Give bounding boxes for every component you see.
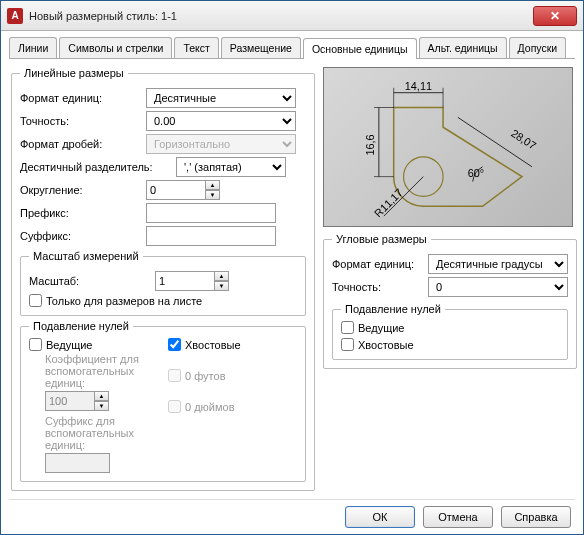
decimal-sep-label: Десятичный разделитель: xyxy=(20,161,170,173)
svg-text:R11,17: R11,17 xyxy=(372,186,405,219)
cancel-button[interactable]: Отмена xyxy=(423,506,493,528)
tab-tolerances[interactable]: Допуски xyxy=(509,37,567,58)
tab-text[interactable]: Текст xyxy=(174,37,218,58)
tab-placement[interactable]: Размещение xyxy=(221,37,301,58)
angular-trailing-checkbox[interactable] xyxy=(341,338,354,351)
subunits-suffix-label: Суффикс для вспомогательных единиц: xyxy=(45,415,158,451)
trailing-checkbox[interactable] xyxy=(168,338,181,351)
angular-legend: Угловые размеры xyxy=(332,233,431,245)
linear-legend: Линейные размеры xyxy=(20,67,128,79)
tab-strip: Линии Символы и стрелки Текст Размещение… xyxy=(9,37,575,59)
angular-leading-label: Ведущие xyxy=(358,322,404,334)
precision-select[interactable]: 0.00 xyxy=(146,111,296,131)
app-icon: A xyxy=(7,8,23,24)
round-label: Округление: xyxy=(20,184,140,196)
svg-text:60°: 60° xyxy=(468,167,484,179)
precision-label: Точность: xyxy=(20,115,140,127)
ok-button[interactable]: ОК xyxy=(345,506,415,528)
dialog-footer: ОК Отмена Справка xyxy=(9,499,575,528)
linear-dimensions-group: Линейные размеры Формат единиц: Десятичн… xyxy=(11,67,315,491)
leading-label: Ведущие xyxy=(46,339,92,351)
trailing-label: Хвостовые xyxy=(185,339,241,351)
inches-checkbox xyxy=(168,400,181,413)
angular-trailing-label: Хвостовые xyxy=(358,339,414,351)
window-title: Новый размерный стиль: 1-1 xyxy=(29,10,533,22)
help-button[interactable]: Справка xyxy=(501,506,571,528)
svg-text:28,07: 28,07 xyxy=(509,127,538,152)
fraction-format-select: Горизонтально xyxy=(146,134,296,154)
subunits-factor-input xyxy=(45,391,95,411)
close-button[interactable]: ✕ xyxy=(533,6,577,26)
unit-format-label: Формат единиц: xyxy=(20,92,140,104)
zero-suppression-angular-group: Подавление нулей Ведущие Хвостовые xyxy=(332,303,568,360)
suffix-label: Суффикс: xyxy=(20,230,140,242)
angular-zero-legend: Подавление нулей xyxy=(341,303,445,315)
svg-text:14,11: 14,11 xyxy=(405,80,432,92)
subunits-suffix-input xyxy=(45,453,110,473)
scale-label: Масштаб: xyxy=(29,275,149,287)
titlebar: A Новый размерный стиль: 1-1 ✕ xyxy=(1,1,583,31)
suffix-input[interactable] xyxy=(146,226,276,246)
angular-dimensions-group: Угловые размеры Формат единиц: Десятичны… xyxy=(323,233,577,369)
zero-linear-legend: Подавление нулей xyxy=(29,320,133,332)
scale-legend: Масштаб измерений xyxy=(29,250,143,262)
tab-primary-units[interactable]: Основные единицы xyxy=(303,38,417,59)
angular-unit-format-select[interactable]: Десятичные градусы xyxy=(428,254,568,274)
svg-text:16,6: 16,6 xyxy=(364,134,376,155)
angular-precision-label: Точность: xyxy=(332,281,422,293)
round-spinner[interactable]: ▲▼ xyxy=(205,180,220,200)
layout-only-checkbox[interactable] xyxy=(29,294,42,307)
inches-label: 0 дюймов xyxy=(185,401,235,413)
feet-checkbox xyxy=(168,369,181,382)
tab-alt-units[interactable]: Альт. единицы xyxy=(419,37,507,58)
subunits-factor-label: Коэффициент для вспомогательных единиц: xyxy=(45,353,139,389)
unit-format-select[interactable]: Десятичные xyxy=(146,88,296,108)
scale-input[interactable] xyxy=(155,271,215,291)
tab-symbols[interactable]: Символы и стрелки xyxy=(59,37,172,58)
measurement-scale-group: Масштаб измерений Масштаб: ▲▼ Только для… xyxy=(20,250,306,316)
dialog-window: A Новый размерный стиль: 1-1 ✕ Линии Сим… xyxy=(0,0,584,535)
subunits-factor-spinner: ▲▼ xyxy=(94,391,109,411)
layout-only-label: Только для размеров на листе xyxy=(46,295,202,307)
round-input[interactable] xyxy=(146,180,206,200)
dimension-preview: 14,11 16,6 28,07 R11,17 60° xyxy=(323,67,573,227)
scale-spinner[interactable]: ▲▼ xyxy=(214,271,229,291)
leading-checkbox[interactable] xyxy=(29,338,42,351)
prefix-input[interactable] xyxy=(146,203,276,223)
angular-leading-checkbox[interactable] xyxy=(341,321,354,334)
fraction-format-label: Формат дробей: xyxy=(20,138,140,150)
angular-precision-select[interactable]: 0 xyxy=(428,277,568,297)
angular-unit-format-label: Формат единиц: xyxy=(332,258,422,270)
prefix-label: Префикс: xyxy=(20,207,140,219)
decimal-sep-select[interactable]: ',' (запятая) xyxy=(176,157,286,177)
tab-lines[interactable]: Линии xyxy=(9,37,57,58)
feet-label: 0 футов xyxy=(185,370,225,382)
zero-suppression-linear-group: Подавление нулей Ведущие Коэффициент для… xyxy=(20,320,306,482)
